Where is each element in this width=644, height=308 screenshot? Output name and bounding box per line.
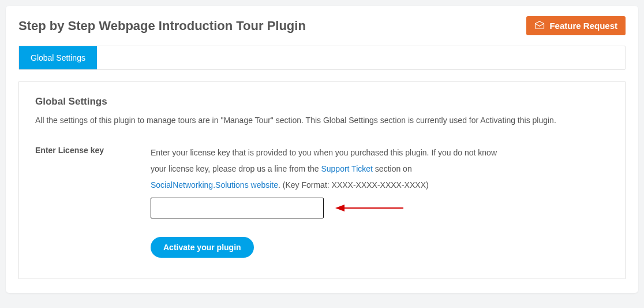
svg-marker-1 (335, 205, 345, 211)
license-input-row (151, 198, 508, 218)
activate-plugin-button[interactable]: Activate your plugin (151, 237, 254, 258)
feature-request-button[interactable]: Feature Request (526, 16, 626, 35)
feature-request-label: Feature Request (549, 21, 617, 31)
license-form-body: Enter your license key that is provided … (151, 144, 508, 258)
panel-title: Global Settings (35, 96, 609, 107)
license-form-row: Enter License key Enter your license key… (35, 144, 609, 258)
page-title: Step by Step Webpage Introduction Tour P… (18, 18, 306, 34)
activate-label: Activate your plugin (163, 243, 241, 252)
license-help-text: Enter your license key that is provided … (151, 144, 508, 193)
site-link[interactable]: SocialNetworking.Solutions website (151, 180, 278, 190)
header-row: Step by Step Webpage Introduction Tour P… (18, 16, 626, 35)
page-card: Step by Step Webpage Introduction Tour P… (6, 6, 638, 293)
tab-bar: Global Settings (18, 46, 626, 70)
help-mid: section on (373, 164, 412, 173)
support-ticket-link[interactable]: Support Ticket (321, 164, 373, 173)
panel-description: All the settings of this plugin to manag… (35, 116, 609, 125)
tab-global-settings[interactable]: Global Settings (19, 46, 97, 69)
tab-label: Global Settings (31, 53, 85, 62)
settings-panel: Global Settings All the settings of this… (18, 81, 626, 279)
arrow-left-icon (335, 202, 405, 214)
help-suffix: . (Key Format: XXXX-XXXX-XXXX-XXXX) (278, 180, 429, 190)
envelope-open-icon (534, 21, 545, 31)
license-key-input[interactable] (151, 198, 324, 218)
license-label: Enter License key (35, 144, 133, 258)
